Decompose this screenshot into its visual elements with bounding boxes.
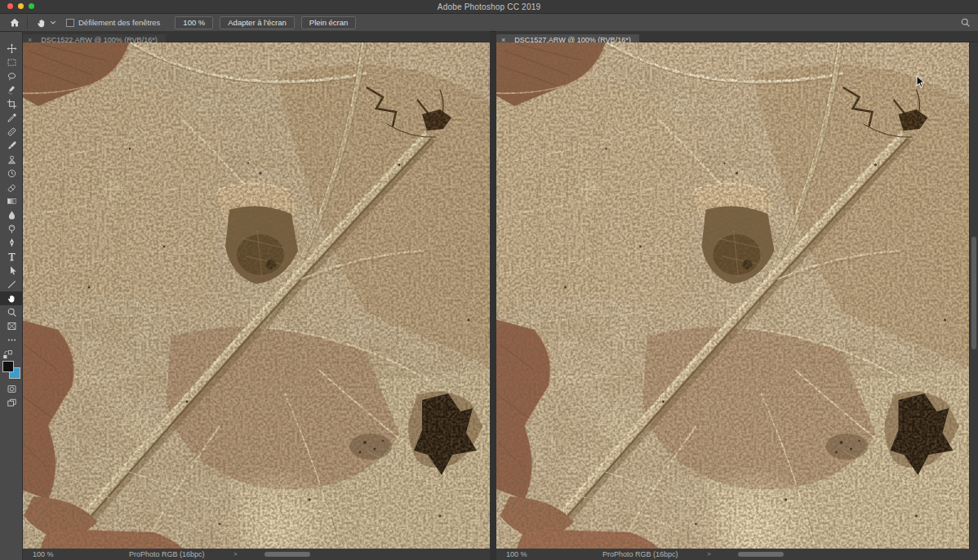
clone-stamp-tool[interactable] [0,153,23,167]
options-bar: Défilement des fenêtres 100 % Adapter à … [0,14,978,32]
line-tool[interactable] [0,278,23,291]
zoom-level-field[interactable]: 100 % [33,550,54,558]
hand-tool[interactable] [0,291,23,305]
tools-panel [0,32,23,560]
fill-screen-button[interactable]: Plein écran [301,16,357,29]
vertical-scrollbar[interactable] [969,42,978,549]
leaf-photo-left [23,42,490,549]
pen-tool[interactable] [0,236,23,250]
marquee-tool[interactable] [0,56,23,69]
color-profile-label: ProPhoto RGB (16bpc) [129,550,205,558]
history-brush-tool[interactable] [0,167,23,180]
status-bar-left: 100 % ProPhoto RGB (16bpc) > [23,549,490,560]
blur-tool[interactable] [0,208,23,222]
close-window-button[interactable] [7,3,13,9]
screen-mode-tool[interactable] [0,396,23,410]
document-canvas-left[interactable] [23,42,490,549]
scroll-all-windows-label: Défilement des fenêtres [78,18,160,27]
leaf-photo-right [496,42,969,549]
eraser-tool[interactable] [0,180,23,194]
color-controls [0,347,23,380]
window-title: Adobe Photoshop CC 2019 [0,2,978,11]
spot-healing-tool[interactable] [0,125,23,139]
status-bar-right: 100 % ProPhoto RGB (16bpc) > [496,549,978,560]
frame-tool[interactable] [0,319,23,333]
swap-colors-icon[interactable] [2,349,13,360]
brush-tool[interactable] [0,139,23,153]
tab-bar-left: × _DSC1522.ARW @ 100% (RVB/16*) [23,31,490,42]
scroll-all-windows-checkbox[interactable] [66,19,74,27]
crop-tool[interactable] [0,97,23,111]
tools-list-bottom [0,382,22,410]
quick-mask-tool[interactable] [0,382,23,396]
zoom-tool[interactable] [0,305,23,319]
hand-icon[interactable] [36,17,47,29]
window-titlebar: Adobe Photoshop CC 2019 [0,0,978,14]
foreground-color-swatch[interactable] [2,361,14,372]
minimize-window-button[interactable] [18,3,24,9]
eyedropper-tool[interactable] [0,111,23,125]
edit-toolbar[interactable] [0,333,23,347]
tools-list-top [0,42,22,347]
search-icon[interactable] [960,17,971,28]
color-profile-label: ProPhoto RGB (16bpc) [602,550,678,558]
gradient-tool[interactable] [0,194,23,208]
mouse-cursor [916,75,926,89]
move-tool[interactable] [0,42,23,56]
vertical-scrollbar-thumb[interactable] [971,237,976,349]
photoshop-app: Adobe Photoshop CC 2019 Défilement des f… [0,0,978,560]
zoom-level-field[interactable]: 100 % [506,550,527,558]
document-window-left: × _DSC1522.ARW @ 100% (RVB/16*) 100 % Pr… [23,31,490,560]
traffic-lights [7,3,34,9]
lasso-tool[interactable] [0,69,23,83]
options-separator [27,17,28,29]
path-selection-tool[interactable] [0,264,23,278]
chevron-right-icon[interactable]: > [707,550,711,558]
color-swatches [2,361,21,380]
zoom-100-button[interactable]: 100 % [175,16,213,29]
dodge-tool[interactable] [0,222,23,236]
chevron-down-icon[interactable] [50,20,56,25]
fit-screen-button[interactable]: Adapter à l'écran [220,16,295,29]
document-window-right: × _DSC1527.ARW @ 100% (RVB/16*) 100 % Pr… [496,31,978,560]
chevron-right-icon[interactable]: > [233,550,238,558]
horizontal-scrollbar-thumb[interactable] [265,552,310,557]
zoom-window-button[interactable] [29,3,34,9]
quick-selection-tool[interactable] [0,83,23,97]
type-tool[interactable] [0,250,23,264]
home-icon[interactable] [9,17,20,29]
horizontal-scrollbar-thumb[interactable] [738,552,784,557]
tab-bar-right: × _DSC1527.ARW @ 100% (RVB/16*) [496,31,978,42]
document-canvas-right[interactable] [496,42,969,549]
